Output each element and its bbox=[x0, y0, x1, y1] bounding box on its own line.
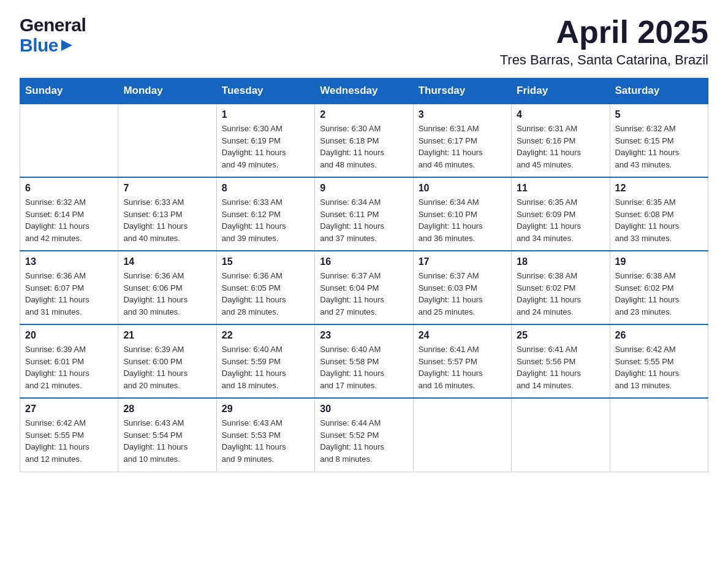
day-info: Sunrise: 6:34 AM Sunset: 6:10 PM Dayligh… bbox=[419, 196, 506, 244]
day-info: Sunrise: 6:40 AM Sunset: 5:59 PM Dayligh… bbox=[222, 343, 309, 391]
calendar-cell: 19Sunrise: 6:38 AM Sunset: 6:02 PM Dayli… bbox=[610, 251, 708, 324]
title-section: April 2025 Tres Barras, Santa Catarina, … bbox=[500, 15, 708, 68]
calendar-cell: 5Sunrise: 6:32 AM Sunset: 6:15 PM Daylig… bbox=[610, 104, 708, 177]
calendar-cell: 20Sunrise: 6:39 AM Sunset: 6:01 PM Dayli… bbox=[20, 324, 118, 398]
calendar-cell: 2Sunrise: 6:30 AM Sunset: 6:18 PM Daylig… bbox=[315, 104, 413, 177]
calendar-cell: 28Sunrise: 6:43 AM Sunset: 5:54 PM Dayli… bbox=[118, 398, 216, 472]
day-number: 11 bbox=[517, 183, 604, 194]
day-number: 23 bbox=[320, 330, 408, 341]
weekday-header-saturday: Saturday bbox=[610, 79, 708, 104]
day-number: 6 bbox=[25, 183, 113, 194]
calendar-cell: 7Sunrise: 6:33 AM Sunset: 6:13 PM Daylig… bbox=[118, 177, 216, 251]
calendar-cell bbox=[610, 398, 708, 472]
day-number: 25 bbox=[517, 330, 604, 341]
month-title: April 2025 bbox=[500, 15, 708, 50]
day-number: 16 bbox=[320, 256, 408, 267]
day-number: 30 bbox=[320, 404, 408, 415]
day-number: 10 bbox=[419, 183, 506, 194]
calendar-cell: 26Sunrise: 6:42 AM Sunset: 5:55 PM Dayli… bbox=[610, 324, 708, 398]
calendar-cell: 29Sunrise: 6:43 AM Sunset: 5:53 PM Dayli… bbox=[216, 398, 314, 472]
day-info: Sunrise: 6:36 AM Sunset: 6:05 PM Dayligh… bbox=[222, 270, 309, 318]
calendar-cell: 12Sunrise: 6:35 AM Sunset: 6:08 PM Dayli… bbox=[610, 177, 708, 251]
day-number: 7 bbox=[123, 183, 211, 194]
calendar-cell: 16Sunrise: 6:37 AM Sunset: 6:04 PM Dayli… bbox=[315, 251, 413, 324]
day-number: 19 bbox=[615, 256, 703, 267]
day-info: Sunrise: 6:31 AM Sunset: 6:16 PM Dayligh… bbox=[517, 123, 604, 170]
calendar-cell: 8Sunrise: 6:33 AM Sunset: 6:12 PM Daylig… bbox=[216, 177, 314, 251]
day-number: 28 bbox=[123, 404, 211, 415]
day-info: Sunrise: 6:44 AM Sunset: 5:52 PM Dayligh… bbox=[320, 417, 408, 465]
calendar-cell bbox=[20, 104, 118, 177]
day-info: Sunrise: 6:42 AM Sunset: 5:55 PM Dayligh… bbox=[25, 417, 113, 465]
day-info: Sunrise: 6:43 AM Sunset: 5:53 PM Dayligh… bbox=[222, 417, 309, 465]
day-number: 29 bbox=[222, 404, 309, 415]
day-number: 3 bbox=[419, 109, 506, 120]
day-number: 8 bbox=[222, 183, 309, 194]
calendar-week-2: 6Sunrise: 6:32 AM Sunset: 6:14 PM Daylig… bbox=[20, 177, 708, 251]
day-info: Sunrise: 6:34 AM Sunset: 6:11 PM Dayligh… bbox=[320, 196, 408, 244]
calendar-week-4: 20Sunrise: 6:39 AM Sunset: 6:01 PM Dayli… bbox=[20, 324, 708, 398]
day-number: 2 bbox=[320, 109, 408, 120]
day-number: 17 bbox=[419, 256, 506, 267]
day-info: Sunrise: 6:38 AM Sunset: 6:02 PM Dayligh… bbox=[615, 270, 703, 318]
day-info: Sunrise: 6:43 AM Sunset: 5:54 PM Dayligh… bbox=[123, 417, 211, 465]
day-number: 1 bbox=[222, 109, 309, 120]
day-info: Sunrise: 6:31 AM Sunset: 6:17 PM Dayligh… bbox=[419, 123, 506, 170]
day-number: 20 bbox=[25, 330, 113, 341]
day-info: Sunrise: 6:32 AM Sunset: 6:14 PM Dayligh… bbox=[25, 196, 113, 244]
day-info: Sunrise: 6:36 AM Sunset: 6:07 PM Dayligh… bbox=[25, 270, 113, 318]
calendar-cell: 4Sunrise: 6:31 AM Sunset: 6:16 PM Daylig… bbox=[512, 104, 610, 177]
calendar-cell: 22Sunrise: 6:40 AM Sunset: 5:59 PM Dayli… bbox=[216, 324, 314, 398]
calendar-cell: 24Sunrise: 6:41 AM Sunset: 5:57 PM Dayli… bbox=[413, 324, 511, 398]
day-number: 24 bbox=[419, 330, 506, 341]
calendar-cell: 14Sunrise: 6:36 AM Sunset: 6:06 PM Dayli… bbox=[118, 251, 216, 324]
weekday-header-friday: Friday bbox=[512, 79, 610, 104]
calendar-cell: 3Sunrise: 6:31 AM Sunset: 6:17 PM Daylig… bbox=[413, 104, 511, 177]
day-info: Sunrise: 6:30 AM Sunset: 6:19 PM Dayligh… bbox=[222, 123, 309, 170]
logo-general: General bbox=[20, 15, 86, 35]
svg-marker-0 bbox=[61, 40, 72, 51]
day-number: 13 bbox=[25, 256, 113, 267]
weekday-header-tuesday: Tuesday bbox=[216, 79, 314, 104]
page-header: General Blue April 2025 Tres Barras, San… bbox=[20, 15, 708, 68]
day-number: 22 bbox=[222, 330, 309, 341]
day-number: 9 bbox=[320, 183, 408, 194]
logo-blue: Blue bbox=[20, 35, 86, 55]
calendar-cell: 11Sunrise: 6:35 AM Sunset: 6:09 PM Dayli… bbox=[512, 177, 610, 251]
weekday-header-row: SundayMondayTuesdayWednesdayThursdayFrid… bbox=[20, 79, 708, 104]
calendar-cell bbox=[512, 398, 610, 472]
day-number: 26 bbox=[615, 330, 703, 341]
day-number: 12 bbox=[615, 183, 703, 194]
weekday-header-monday: Monday bbox=[118, 79, 216, 104]
day-info: Sunrise: 6:35 AM Sunset: 6:08 PM Dayligh… bbox=[615, 196, 703, 244]
calendar-cell: 10Sunrise: 6:34 AM Sunset: 6:10 PM Dayli… bbox=[413, 177, 511, 251]
day-number: 21 bbox=[123, 330, 211, 341]
calendar-cell: 27Sunrise: 6:42 AM Sunset: 5:55 PM Dayli… bbox=[20, 398, 118, 472]
calendar-cell: 6Sunrise: 6:32 AM Sunset: 6:14 PM Daylig… bbox=[20, 177, 118, 251]
day-number: 27 bbox=[25, 404, 113, 415]
day-info: Sunrise: 6:39 AM Sunset: 6:01 PM Dayligh… bbox=[25, 343, 113, 391]
day-number: 5 bbox=[615, 109, 703, 120]
day-info: Sunrise: 6:35 AM Sunset: 6:09 PM Dayligh… bbox=[517, 196, 604, 244]
day-info: Sunrise: 6:40 AM Sunset: 5:58 PM Dayligh… bbox=[320, 343, 408, 391]
logo: General Blue bbox=[20, 15, 86, 55]
calendar-week-3: 13Sunrise: 6:36 AM Sunset: 6:07 PM Dayli… bbox=[20, 251, 708, 324]
calendar-week-1: 1Sunrise: 6:30 AM Sunset: 6:19 PM Daylig… bbox=[20, 104, 708, 177]
day-info: Sunrise: 6:41 AM Sunset: 5:57 PM Dayligh… bbox=[419, 343, 506, 391]
calendar-cell: 9Sunrise: 6:34 AM Sunset: 6:11 PM Daylig… bbox=[315, 177, 413, 251]
location: Tres Barras, Santa Catarina, Brazil bbox=[500, 52, 708, 68]
day-info: Sunrise: 6:42 AM Sunset: 5:55 PM Dayligh… bbox=[615, 343, 703, 391]
weekday-header-wednesday: Wednesday bbox=[315, 79, 413, 104]
day-info: Sunrise: 6:41 AM Sunset: 5:56 PM Dayligh… bbox=[517, 343, 604, 391]
calendar-cell: 30Sunrise: 6:44 AM Sunset: 5:52 PM Dayli… bbox=[315, 398, 413, 472]
day-info: Sunrise: 6:37 AM Sunset: 6:04 PM Dayligh… bbox=[320, 270, 408, 318]
day-number: 18 bbox=[517, 256, 604, 267]
day-info: Sunrise: 6:32 AM Sunset: 6:15 PM Dayligh… bbox=[615, 123, 703, 170]
calendar-cell: 15Sunrise: 6:36 AM Sunset: 6:05 PM Dayli… bbox=[216, 251, 314, 324]
day-info: Sunrise: 6:39 AM Sunset: 6:00 PM Dayligh… bbox=[123, 343, 211, 391]
calendar-cell bbox=[118, 104, 216, 177]
calendar-table: SundayMondayTuesdayWednesdayThursdayFrid… bbox=[20, 78, 708, 472]
weekday-header-thursday: Thursday bbox=[413, 79, 511, 104]
day-info: Sunrise: 6:36 AM Sunset: 6:06 PM Dayligh… bbox=[123, 270, 211, 318]
calendar-cell: 23Sunrise: 6:40 AM Sunset: 5:58 PM Dayli… bbox=[315, 324, 413, 398]
